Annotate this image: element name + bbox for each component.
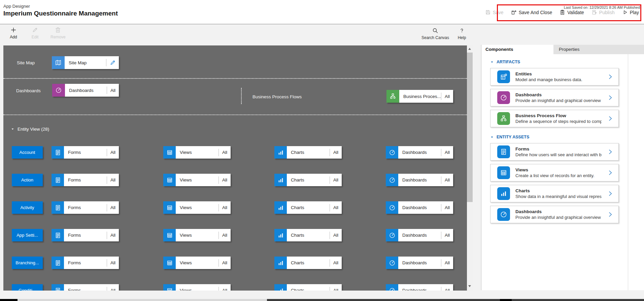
entity-button-action[interactable]: Action xyxy=(12,174,43,186)
bottom-scrollbar-thumb[interactable] xyxy=(18,299,267,301)
entity-view-header[interactable]: Entity View (28) xyxy=(11,127,49,132)
scroll-up-arrow[interactable] xyxy=(468,48,471,50)
component-card-entities[interactable]: Entities Model and manage business data. xyxy=(490,68,619,86)
bottom-scrollbar-track[interactable] xyxy=(0,299,644,301)
tile-views[interactable]: Views All xyxy=(163,146,231,159)
site-map-tile[interactable]: Site Map xyxy=(52,56,119,69)
tile-dashboards[interactable]: Dashboards All xyxy=(386,174,453,186)
tile-dashboards[interactable]: Dashboards All xyxy=(386,146,453,159)
bar-chart-icon xyxy=(274,174,287,186)
scroll-down-arrow[interactable] xyxy=(468,285,471,287)
component-card-dashboards-assets[interactable]: Dashboards Provide an insightful and gra… xyxy=(490,206,619,223)
tile-views[interactable]: Views All xyxy=(163,201,231,214)
tile-all-button[interactable]: All xyxy=(441,260,453,265)
tile-dashboards[interactable]: Dashboards All xyxy=(386,229,453,241)
tile-forms[interactable]: Forms All xyxy=(52,201,119,214)
tile-all-button[interactable]: All xyxy=(441,205,453,210)
tile-all-button[interactable]: All xyxy=(441,150,453,155)
tile-all-button[interactable]: All xyxy=(330,260,342,265)
tile-all-button[interactable]: All xyxy=(219,205,231,210)
section-header-entity-assets[interactable]: ENTITY ASSETS xyxy=(490,135,644,139)
command-bar: Save Save And Close Validate Publish Pla… xyxy=(485,9,639,15)
tab-properties[interactable]: Properties xyxy=(553,45,644,54)
tile-dashboards[interactable]: Dashboards All xyxy=(386,257,453,269)
tab-components[interactable]: Components xyxy=(481,45,553,54)
help-button[interactable]: Help xyxy=(456,27,468,40)
play-button[interactable]: Play xyxy=(622,9,639,15)
tile-all-button[interactable]: All xyxy=(441,233,453,238)
chevron-right-icon xyxy=(607,94,614,101)
designer-canvas: Site Map Site Map Dashboards Dashboards … xyxy=(3,45,467,291)
tile-dashboards[interactable]: Dashboards All xyxy=(386,201,453,214)
tile-all-button[interactable]: All xyxy=(330,233,342,238)
add-button[interactable]: Add xyxy=(7,27,20,39)
section-header-artifacts[interactable]: ARTIFACTS xyxy=(490,60,644,64)
tile-views[interactable]: Views All xyxy=(163,174,231,186)
tile-label: Dashboards xyxy=(398,150,441,155)
form-icon xyxy=(52,257,64,269)
tile-label: Charts xyxy=(287,177,330,182)
tile-label: Forms xyxy=(64,150,107,155)
tile-forms[interactable]: Forms All xyxy=(52,257,119,269)
tile-forms[interactable]: Forms All xyxy=(52,229,119,241)
edit-site-map-button[interactable] xyxy=(106,56,119,69)
tile-all-button[interactable]: All xyxy=(107,177,119,182)
canvas-scrollbar[interactable] xyxy=(467,45,473,291)
tile-charts[interactable]: Charts All xyxy=(274,146,342,159)
help-label: Help xyxy=(458,35,466,40)
tile-views[interactable]: Views All xyxy=(163,229,231,241)
tile-all-button[interactable]: All xyxy=(219,260,231,265)
panel-scrollbar[interactable] xyxy=(628,54,628,290)
component-card-charts[interactable]: Charts Show data in a meaningful and vis… xyxy=(490,185,619,202)
entities-icon xyxy=(497,70,510,83)
tile-charts[interactable]: Charts All xyxy=(274,257,342,269)
bpf-all-button[interactable]: All xyxy=(441,94,453,99)
tile-charts[interactable]: Charts All xyxy=(274,229,342,241)
component-card-business-process-flow[interactable]: Business Process Flow Define a sequence … xyxy=(490,110,619,127)
tile-views[interactable]: Views All xyxy=(163,284,231,291)
tile-all-button[interactable]: All xyxy=(107,260,119,265)
tile-all-button[interactable]: All xyxy=(219,233,231,238)
tile-charts[interactable]: Charts All xyxy=(274,174,342,186)
tile-all-button[interactable]: All xyxy=(219,177,231,182)
card-title: Dashboards xyxy=(515,209,602,214)
component-card-views[interactable]: Views Create a list view of records for … xyxy=(490,164,619,181)
scrollbar-thumb[interactable] xyxy=(467,53,473,202)
save-and-close-button[interactable]: Save And Close xyxy=(511,9,552,15)
tile-forms[interactable]: Forms All xyxy=(52,174,119,186)
tile-all-button[interactable]: All xyxy=(330,150,342,155)
dashboard-gauge-icon xyxy=(386,257,398,269)
tile-all-button[interactable]: All xyxy=(330,177,342,182)
tile-all-button[interactable]: All xyxy=(107,233,119,238)
dashboards-tile[interactable]: Dashboards All xyxy=(52,84,119,97)
entity-button-activity[interactable]: Activity xyxy=(12,201,43,214)
tile-all-button[interactable]: All xyxy=(107,205,119,210)
entity-button-branching-[interactable]: Branching... xyxy=(12,257,43,269)
page-title: Imperium Questionnaire Management xyxy=(3,10,118,17)
tile-all-button[interactable]: All xyxy=(441,177,453,182)
validate-button[interactable]: Validate xyxy=(560,9,584,15)
tile-all-button[interactable]: All xyxy=(107,288,119,291)
tile-forms[interactable]: Forms All xyxy=(52,146,119,159)
tile-charts[interactable]: Charts All xyxy=(274,284,342,291)
tile-all-button[interactable]: All xyxy=(107,150,119,155)
entity-button-app-setti-[interactable]: App Setti... xyxy=(12,229,43,241)
dashboards-all-button[interactable]: All xyxy=(107,88,119,93)
entity-button-conditi-[interactable]: Conditi... xyxy=(12,284,43,291)
tile-views[interactable]: Views All xyxy=(163,257,231,269)
component-card-dashboards[interactable]: Dashboards Provide an insightful and gra… xyxy=(490,89,619,106)
edit-pencil-icon xyxy=(32,27,38,33)
save-and-close-label: Save And Close xyxy=(519,10,552,15)
entity-button-account[interactable]: Account xyxy=(12,146,43,159)
tile-all-button[interactable]: All xyxy=(330,205,342,210)
tile-charts[interactable]: Charts All xyxy=(274,201,342,214)
tile-all-button[interactable]: All xyxy=(441,288,453,291)
business-process-flow-tile[interactable]: Business Proces... All xyxy=(386,90,453,103)
tile-forms[interactable]: Forms All xyxy=(52,284,119,291)
tile-all-button[interactable]: All xyxy=(219,288,231,291)
component-card-forms[interactable]: Forms Define how users will see and inte… xyxy=(490,143,619,161)
tile-all-button[interactable]: All xyxy=(219,150,231,155)
search-canvas-button[interactable]: Search Canvas xyxy=(421,27,449,40)
tile-all-button[interactable]: All xyxy=(330,288,342,291)
tile-dashboards[interactable]: Dashboards All xyxy=(386,284,453,291)
